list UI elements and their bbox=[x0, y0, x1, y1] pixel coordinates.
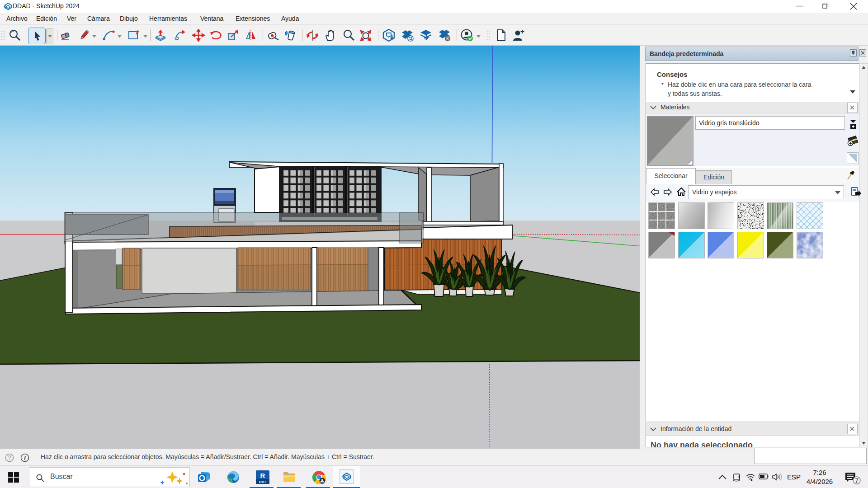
svg-text:?: ? bbox=[8, 455, 11, 461]
svg-text:R: R bbox=[260, 472, 265, 479]
svg-text:i: i bbox=[24, 455, 26, 461]
svg-text:RVT: RVT bbox=[259, 480, 266, 484]
svg-text:7: 7 bbox=[855, 477, 858, 484]
